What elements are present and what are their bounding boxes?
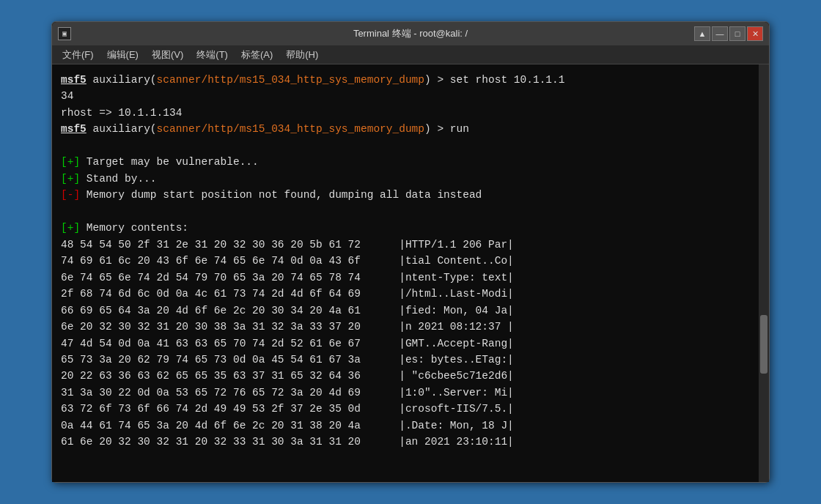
close-button[interactable]: ✕: [747, 26, 763, 41]
titlebar: ▣ Terminal 终端 - root@kali: / ▲ — □ ✕: [52, 22, 769, 45]
menubar: 文件(F) 编辑(E) 视图(V) 终端(T) 标签(A) 帮助(H): [52, 45, 769, 64]
menu-help[interactable]: 帮助(H): [280, 47, 324, 63]
maximize-button[interactable]: □: [729, 26, 745, 41]
scrollbar-thumb[interactable]: [760, 315, 767, 374]
scrollbar[interactable]: [759, 64, 769, 482]
window-icon: ▣: [58, 27, 71, 40]
scroll-up-button[interactable]: ▲: [694, 26, 710, 41]
menu-file[interactable]: 文件(F): [56, 47, 100, 63]
minimize-button[interactable]: —: [712, 26, 728, 41]
icon-symbol: ▣: [62, 29, 67, 38]
menu-terminal[interactable]: 终端(T): [191, 47, 234, 63]
menu-tabs[interactable]: 标签(A): [235, 47, 279, 63]
menu-edit[interactable]: 编辑(E): [101, 47, 144, 63]
window-title: Terminal 终端 - root@kali: /: [353, 27, 468, 40]
terminal-window: ▣ Terminal 终端 - root@kali: / ▲ — □ ✕ 文件(…: [51, 21, 770, 483]
terminal-output: msf5 auxiliary(scanner/http/ms15_034_htt…: [61, 72, 760, 451]
menu-view[interactable]: 视图(V): [146, 47, 189, 63]
window-controls: ▲ — □ ✕: [694, 26, 763, 41]
terminal-body: msf5 auxiliary(scanner/http/ms15_034_htt…: [52, 64, 769, 482]
